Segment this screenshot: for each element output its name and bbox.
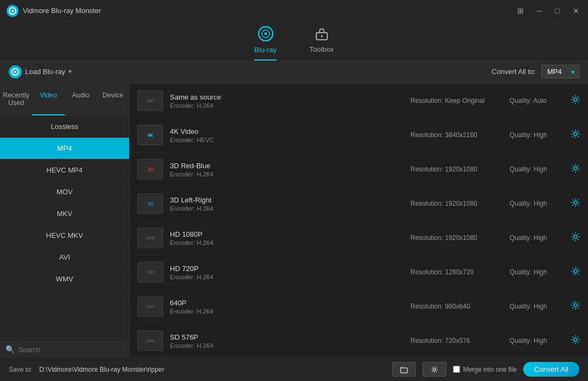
format-wmv[interactable]: WMV <box>0 268 129 290</box>
format-tabs: Recently Used Video Audio Device <box>0 84 129 116</box>
preset-encoder: Encoder: H.264 <box>170 102 404 109</box>
video-thumb: 1080P <box>137 228 163 248</box>
video-info: 4K Video Encoder: HEVC <box>170 127 404 143</box>
merge-label: Merge into one file <box>463 366 517 373</box>
video-preset-item[interactable]: 640P 640P Encoder: H.264 Resolution: 960… <box>130 290 588 324</box>
nav-bluray[interactable]: Blu-ray <box>254 26 277 56</box>
video-thumb: 3D <box>137 193 163 214</box>
svg-point-8 <box>14 71 16 73</box>
convert-all-btn[interactable]: Convert All <box>523 362 579 377</box>
preset-encoder: Encoder: H.264 <box>170 171 404 177</box>
video-info: 640P Encoder: H.264 <box>170 299 404 315</box>
svg-point-15 <box>574 304 577 307</box>
bluray-icon <box>258 26 273 45</box>
merge-checkbox[interactable] <box>453 366 460 373</box>
preset-resolution: Resolution: Keep Original <box>411 97 503 105</box>
video-preset-item[interactable]: 720P HD 720P Encoder: H.264 Resolution: … <box>130 255 588 290</box>
format-mkv[interactable]: MKV <box>0 203 129 225</box>
format-mp4[interactable]: MP4 <box>0 138 129 159</box>
preset-resolution: Resolution: 3840x2160 <box>411 131 503 139</box>
video-preset-item[interactable]: 3D 3D Left-Right Encoder: H.264 Resoluti… <box>130 187 588 221</box>
convert-all-label: Convert All to: <box>492 67 536 76</box>
gear-icon[interactable] <box>571 232 580 244</box>
search-input[interactable] <box>18 346 124 354</box>
tab-audio[interactable]: Audio <box>65 84 97 115</box>
svg-point-13 <box>574 235 577 238</box>
preset-quality: Quality: High <box>510 303 564 310</box>
preset-resolution: Resolution: 1280x720 <box>411 268 503 276</box>
app-logo <box>7 5 19 17</box>
preset-resolution: Resolution: 960x640 <box>411 303 503 310</box>
preset-name: 640P <box>170 299 404 307</box>
svg-rect-18 <box>401 368 407 373</box>
gear-icon[interactable] <box>571 129 580 142</box>
gear-icon[interactable] <box>571 266 580 279</box>
tab-device[interactable]: Device <box>97 84 129 115</box>
message-btn[interactable]: ⊞ <box>515 5 526 16</box>
svg-point-12 <box>574 201 577 204</box>
preset-encoder: Encoder: H.264 <box>170 239 404 246</box>
preset-name: SD 576P <box>170 333 404 341</box>
gear-icon[interactable] <box>571 163 580 176</box>
tab-video[interactable]: Video <box>32 84 64 115</box>
nav-bluray-label: Blu-ray <box>254 46 277 54</box>
video-info: 3D Red-Blue Encoder: H.264 <box>170 162 404 177</box>
maximize-btn[interactable]: □ <box>553 5 562 16</box>
video-thumb: 4K <box>137 125 163 145</box>
video-preset-item[interactable]: 4K 4K Video Encoder: HEVC Resolution: 38… <box>130 118 588 152</box>
preset-name: 3D Red-Blue <box>170 162 404 170</box>
video-info: 3D Left-Right Encoder: H.264 <box>170 196 404 212</box>
video-info: HD 720P Encoder: H.264 <box>170 265 404 280</box>
video-thumb: HD <box>137 90 163 111</box>
video-info: Same as source Encoder: H.264 <box>170 93 404 109</box>
video-thumb: 720P <box>137 262 163 282</box>
preset-name: 4K Video <box>170 127 404 136</box>
format-avi[interactable]: AVI <box>0 247 129 268</box>
bottom-bar: Save to: D:\Vidmore\Vidmore Blu-ray Mons… <box>0 357 588 381</box>
gear-icon[interactable] <box>571 300 580 313</box>
top-nav: Blu-ray Toolbox <box>0 22 588 60</box>
search-icon: 🔍 <box>5 345 15 354</box>
preset-quality: Quality: High <box>510 200 564 207</box>
nav-toolbox[interactable]: Toolbox <box>309 27 334 56</box>
video-preset-item[interactable]: 1080P HD 1080P Encoder: H.264 Resolution… <box>130 221 588 255</box>
format-hevc-mp4[interactable]: HEVC MP4 <box>0 159 129 181</box>
preset-quality: Quality: High <box>510 337 564 345</box>
preset-encoder: Encoder: H.264 <box>170 308 404 315</box>
folder-btn[interactable] <box>392 362 416 377</box>
nav-toolbox-label: Toolbox <box>309 45 334 53</box>
gear-icon[interactable] <box>571 95 580 107</box>
video-info: SD 576P Encoder: H.264 <box>170 333 404 349</box>
load-bluray-btn[interactable]: Load Blu-ray ▾ <box>9 65 72 78</box>
format-hevc-mkv[interactable]: HEVC MKV <box>0 225 129 247</box>
video-thumb: 3D <box>137 159 163 180</box>
preset-name: HD 720P <box>170 265 404 273</box>
format-list: Lossless MP4 HEVC MP4 MOV MKV HEVC MKV A… <box>0 116 129 341</box>
svg-point-1 <box>11 10 14 12</box>
format-select-wrapper: MP4 MOV MKV AVI <box>541 65 579 78</box>
video-preset-item[interactable]: 3D 3D Red-Blue Encoder: H.264 Resolution… <box>130 152 588 187</box>
tab-recently-used[interactable]: Recently Used <box>0 84 32 115</box>
load-dropdown-icon: ▾ <box>69 68 72 75</box>
video-preset-item[interactable]: HD Same as source Encoder: H.264 Resolut… <box>130 84 588 118</box>
gear-icon[interactable] <box>571 335 580 347</box>
window-controls: ⊞ ─ □ ✕ <box>515 5 581 16</box>
video-preset-item[interactable]: 576P SD 576P Encoder: H.264 Resolution: … <box>130 324 588 357</box>
format-select[interactable]: MP4 MOV MKV AVI <box>541 65 579 78</box>
minimize-btn[interactable]: ─ <box>535 5 544 16</box>
preset-encoder: Encoder: H.264 <box>170 274 404 280</box>
preset-encoder: Encoder: H.264 <box>170 205 404 212</box>
format-lossless[interactable]: Lossless <box>0 116 129 138</box>
app-title: Vidmore Blu-ray Monster <box>23 7 515 15</box>
video-info: HD 1080P Encoder: H.264 <box>170 230 404 246</box>
main-content: Recently Used Video Audio Device Lossles… <box>0 84 588 357</box>
settings-btn[interactable] <box>422 362 446 377</box>
merge-check: Merge into one file <box>453 366 517 373</box>
preset-resolution: Resolution: 1920x1080 <box>411 234 503 242</box>
gear-icon[interactable] <box>571 198 580 210</box>
convert-all-section: Convert All to: MP4 MOV MKV AVI <box>492 65 579 78</box>
close-btn[interactable]: ✕ <box>571 5 581 16</box>
format-mov[interactable]: MOV <box>0 181 129 203</box>
svg-point-10 <box>574 132 577 136</box>
search-box: 🔍 <box>0 341 129 357</box>
